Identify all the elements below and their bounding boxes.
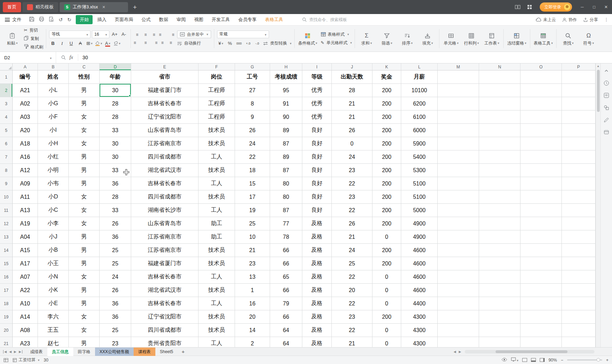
- cell-M11[interactable]: [438, 204, 479, 217]
- cell-P10[interactable]: [562, 190, 596, 204]
- zoom-level[interactable]: 90%: [549, 358, 557, 363]
- format-painter-button[interactable]: 格式刷: [24, 44, 43, 50]
- cell-C21[interactable]: 男: [69, 337, 100, 347]
- cell-N14[interactable]: [479, 244, 520, 257]
- cell-A4[interactable]: A03: [13, 110, 38, 124]
- cell-F16[interactable]: 工人: [199, 270, 235, 284]
- cell-K13[interactable]: 0: [372, 230, 401, 244]
- cell-L17[interactable]: 4600: [401, 284, 438, 297]
- cell-F2[interactable]: 工程师: [199, 84, 235, 97]
- cell-B7[interactable]: 小红: [38, 150, 69, 164]
- cell-B16[interactable]: 小N: [38, 270, 69, 284]
- cell-I3[interactable]: 优秀: [302, 97, 332, 110]
- cell-L8[interactable]: 5300: [401, 164, 438, 177]
- panel-help-icon[interactable]: [603, 129, 610, 135]
- cell-L7[interactable]: 5400: [401, 150, 438, 164]
- font-color-button[interactable]: A: [104, 40, 112, 47]
- zoom-slider[interactable]: [567, 359, 602, 360]
- cell-I20[interactable]: 及格: [302, 324, 332, 337]
- sheet-tab-Sheet5[interactable]: Sheet5: [155, 348, 178, 356]
- cell-style-button[interactable]: ✎ 单元格样式: [321, 40, 352, 46]
- cell-D16[interactable]: 24: [100, 270, 131, 284]
- cell-M21[interactable]: [438, 337, 479, 347]
- cell-C14[interactable]: 男: [69, 244, 100, 257]
- cell-A10[interactable]: A11: [13, 190, 38, 204]
- cell-L21[interactable]: 4300: [401, 337, 438, 347]
- align-left-icon[interactable]: [134, 40, 141, 46]
- cell-O19[interactable]: [520, 310, 562, 324]
- cell-L11[interactable]: 5000: [401, 204, 438, 217]
- cell-D21[interactable]: 23: [100, 337, 131, 347]
- menu-item-会员专享[interactable]: 会员专享: [234, 15, 260, 24]
- cell-M2[interactable]: [438, 84, 479, 97]
- cell-C19[interactable]: 女: [69, 310, 100, 324]
- cell-O11[interactable]: [520, 204, 562, 217]
- cell-F11[interactable]: 工人: [199, 204, 235, 217]
- cell-K18[interactable]: 0: [372, 297, 401, 310]
- cell-N12[interactable]: [479, 217, 520, 230]
- cell-K2[interactable]: 200: [372, 84, 401, 97]
- cell-D18[interactable]: 36: [100, 297, 131, 310]
- cell-H20[interactable]: 64: [270, 324, 302, 337]
- menu-item-公式[interactable]: 公式: [137, 15, 154, 24]
- col-header-O[interactable]: O: [520, 63, 562, 70]
- cell-D5[interactable]: 33: [100, 124, 131, 137]
- cell-F6[interactable]: 技术员: [199, 137, 235, 150]
- cell-H2[interactable]: 95: [270, 84, 302, 97]
- align-center-icon[interactable]: [142, 40, 149, 46]
- cell-D14[interactable]: 25: [100, 244, 131, 257]
- cell-L2[interactable]: 10100: [401, 84, 438, 97]
- col-header-C[interactable]: C: [69, 63, 100, 70]
- col-header-F[interactable]: F: [199, 63, 235, 70]
- cell-E2[interactable]: 福建省厦门市: [131, 84, 199, 97]
- cell-D1[interactable]: 年龄: [100, 70, 131, 84]
- cell-D8[interactable]: 33: [100, 164, 131, 177]
- rows-cols-button[interactable]: 行和列: [463, 32, 480, 45]
- cell-J6[interactable]: 0: [332, 137, 372, 150]
- cell-O16[interactable]: [520, 270, 562, 284]
- cell-G9[interactable]: 15: [235, 177, 270, 190]
- cell-J8[interactable]: 23: [332, 164, 372, 177]
- cell-P4[interactable]: [562, 110, 596, 124]
- cell-A12[interactable]: A19: [13, 217, 38, 230]
- cell-I10[interactable]: 良好: [302, 190, 332, 204]
- cell-E20[interactable]: 四川省成都市: [131, 324, 199, 337]
- cell-N5[interactable]: [479, 124, 520, 137]
- cell-F13[interactable]: 助工: [199, 230, 235, 244]
- cell-N8[interactable]: [479, 164, 520, 177]
- menu-item-表格工具[interactable]: 表格工具: [261, 15, 287, 24]
- table-style-button[interactable]: 表格样式: [321, 31, 352, 38]
- col-header-L[interactable]: L: [401, 63, 438, 70]
- cell-H16[interactable]: 65: [270, 270, 302, 284]
- cell-M5[interactable]: [438, 124, 479, 137]
- cell-M12[interactable]: [438, 217, 479, 230]
- cell-J3[interactable]: 21: [332, 97, 372, 110]
- cell-H11[interactable]: 87: [270, 204, 302, 217]
- cell-G7[interactable]: 22: [235, 150, 270, 164]
- col-header-E[interactable]: E: [131, 63, 199, 70]
- underline-button[interactable]: U: [67, 40, 75, 47]
- cell-G18[interactable]: 16: [235, 297, 270, 310]
- cell-C6[interactable]: 女: [69, 137, 100, 150]
- row-header-16[interactable]: 16: [0, 270, 13, 284]
- cell-D3[interactable]: 28: [100, 97, 131, 110]
- select-all-corner[interactable]: [0, 63, 13, 70]
- cell-E6[interactable]: 江苏省南京市: [131, 137, 199, 150]
- cell-L18[interactable]: 4400: [401, 297, 438, 310]
- cell-O5[interactable]: [520, 124, 562, 137]
- panel-collapse-icon[interactable]: [603, 68, 610, 74]
- print-icon[interactable]: [39, 16, 44, 23]
- print-preview-icon[interactable]: [49, 16, 54, 23]
- indent-increase-icon[interactable]: [167, 32, 174, 38]
- hscroll-right-icon[interactable]: ▶: [459, 350, 461, 353]
- cell-C18[interactable]: 男: [69, 297, 100, 310]
- row-header-14[interactable]: 14: [0, 244, 13, 257]
- cell-B20[interactable]: 王五: [38, 324, 69, 337]
- menu-item-开始[interactable]: 开始: [76, 15, 93, 24]
- cell-K11[interactable]: 200: [372, 204, 401, 217]
- cell-E17[interactable]: 湖北省武汉市: [131, 284, 199, 297]
- cell-J21[interactable]: 21: [332, 337, 372, 347]
- cell-G2[interactable]: 27: [235, 84, 270, 97]
- sheet-tab-成绩表[interactable]: 成绩表: [26, 348, 47, 356]
- cell-P20[interactable]: [562, 324, 596, 337]
